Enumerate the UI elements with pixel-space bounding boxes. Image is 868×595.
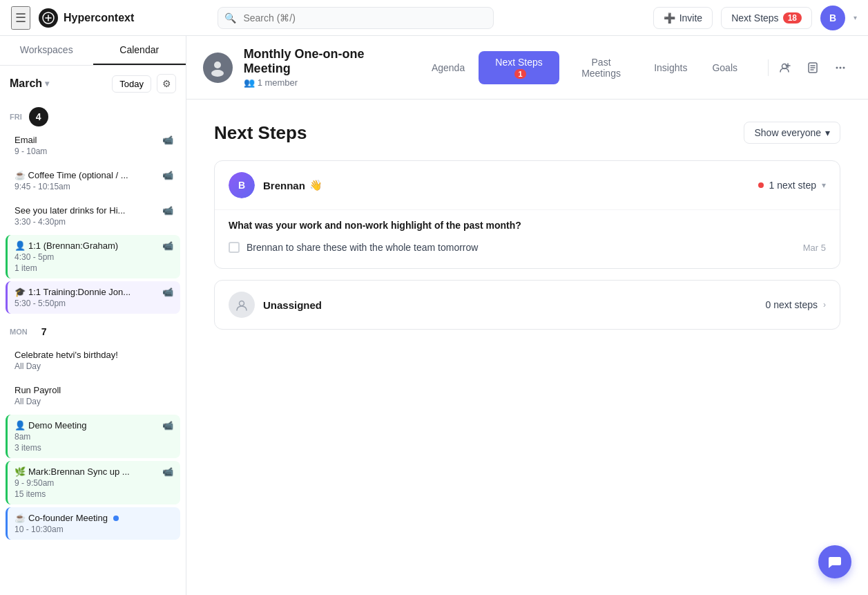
main-layout: Workspaces Calendar March ▾ Today ⚙ FRI …: [0, 36, 868, 595]
day-label-mon: MON: [10, 328, 28, 336]
user-avatar[interactable]: B: [820, 6, 845, 30]
invite-label: Invite: [679, 12, 702, 23]
step-checkbox[interactable]: [229, 242, 240, 253]
members-icon: 👥: [244, 77, 255, 88]
video-icon: 📹: [162, 135, 173, 145]
meeting-info: Monthly One-on-one Meeting 👥 1 member: [244, 47, 409, 88]
event-time: 5:30 - 5:50pm: [15, 299, 131, 308]
tab-past-meetings[interactable]: Past Meetings: [562, 51, 640, 84]
show-everyone-button[interactable]: Show everyone ▾: [744, 122, 840, 144]
day-header-fri: FRI 4: [6, 102, 180, 129]
search-icon: 🔍: [224, 12, 236, 23]
content-header: Next Steps Show everyone ▾: [214, 122, 840, 144]
calendar-header: March ▾ Today ⚙: [0, 66, 186, 102]
avatar-initials: B: [829, 12, 836, 23]
left-sidebar: Workspaces Calendar March ▾ Today ⚙ FRI …: [0, 36, 186, 595]
person-steps-brennan: 1 next step ▾: [758, 180, 827, 191]
chevron-down-icon: ▾: [45, 79, 49, 88]
topnav-right: ➕ Invite Next Steps 18 B ▾: [653, 6, 857, 30]
person-steps-unassigned: 0 next steps ›: [766, 299, 827, 310]
show-everyone-label: Show everyone: [754, 127, 821, 138]
event-name: Celebrate hetvi's birthday!: [15, 350, 118, 360]
video-icon: 📹: [162, 240, 173, 251]
event-name: Email: [15, 135, 47, 145]
event-name: ☕ Coffee Time (optional / ...: [15, 170, 128, 180]
list-item[interactable]: ☕ Co-founder Meeting 10 - 10:30am: [6, 507, 180, 540]
event-time: 10 - 10:30am: [15, 525, 119, 534]
event-time: All Day: [15, 397, 61, 406]
event-name: ☕ Co-founder Meeting: [15, 513, 119, 523]
day-number-fri: 4: [29, 107, 48, 126]
next-steps-badge: 18: [783, 12, 802, 23]
video-icon: 📹: [162, 205, 173, 216]
event-time: 9:45 - 10:15am: [15, 182, 128, 191]
video-icon: 📹: [162, 466, 173, 477]
next-steps-nav-label: Next Steps: [731, 12, 778, 23]
app-name: Hypercontext: [64, 12, 134, 24]
svg-point-1: [214, 62, 221, 68]
events-list: FRI 4 Email 9 - 10am 📹 ☕: [0, 102, 186, 595]
svg-point-6: [840, 66, 842, 68]
next-steps-nav-button[interactable]: Next Steps 18: [721, 7, 812, 29]
notification-dot: [113, 516, 119, 521]
person-header-unassigned[interactable]: Unassigned 0 next steps ›: [215, 281, 840, 329]
list-item[interactable]: 🎓 1:1 Training:Donnie Jon... 5:30 - 5:50…: [6, 281, 180, 314]
today-button[interactable]: Today: [112, 75, 151, 93]
list-item[interactable]: Run Payroll All Day: [6, 379, 180, 412]
event-name: 👤 Demo Meeting: [15, 420, 87, 431]
avatar-unassigned: [229, 292, 255, 318]
list-item[interactable]: 🌿 Mark:Brennan Sync up ... 9 - 9:50am 15…: [6, 461, 180, 504]
video-icon: 📹: [162, 170, 173, 180]
tab-insights[interactable]: Insights: [643, 57, 698, 79]
chevron-down-icon: ▾: [825, 127, 830, 138]
app-logo: Hypercontext: [39, 8, 134, 28]
event-time: All Day: [15, 361, 118, 371]
hamburger-menu[interactable]: ☰: [11, 6, 30, 30]
svg-point-8: [240, 301, 244, 306]
invite-icon: ➕: [664, 12, 675, 23]
event-name: 👤 1:1 (Brennan:Graham): [15, 240, 118, 251]
sidebar-tab-workspaces[interactable]: Workspaces: [0, 36, 93, 65]
person-card-unassigned: Unassigned 0 next steps ›: [214, 280, 840, 330]
list-item[interactable]: Email 9 - 10am 📹: [6, 129, 180, 162]
list-item[interactable]: 👤 1:1 (Brennan:Graham) 4:30 - 5pm 1 item…: [6, 235, 180, 278]
person-name-brennan: Brennan 👋: [263, 179, 322, 191]
add-member-button[interactable]: [774, 57, 796, 79]
chevron-down-icon: ▾: [853, 14, 857, 21]
person-card-brennan: B Brennan 👋 1 next step ▾ What was your …: [214, 160, 840, 269]
page-title: Next Steps: [214, 122, 307, 144]
event-time: 9 - 10am: [15, 147, 47, 156]
search-input[interactable]: [218, 7, 494, 29]
month-label[interactable]: March ▾: [10, 77, 49, 90]
calendar-header-controls: Today ⚙: [112, 74, 176, 93]
more-options-button[interactable]: [829, 57, 851, 79]
steps-count: 0 next steps: [766, 299, 818, 310]
chat-button[interactable]: [818, 545, 851, 578]
meeting-header: Monthly One-on-one Meeting 👥 1 member Ag…: [186, 36, 868, 100]
day-group-fri: FRI 4 Email 9 - 10am 📹 ☕: [6, 102, 180, 314]
day-group-mon: MON 7 Celebrate hetvi's birthday! All Da…: [6, 317, 180, 540]
divider: [768, 59, 769, 76]
person-header-brennan[interactable]: B Brennan 👋 1 next step ▾: [215, 161, 840, 209]
list-item[interactable]: Celebrate hetvi's birthday! All Day: [6, 344, 180, 377]
sidebar-tab-calendar[interactable]: Calendar: [93, 36, 186, 65]
tab-next-steps[interactable]: Next Steps 1: [479, 51, 559, 84]
invite-button[interactable]: ➕ Invite: [653, 7, 713, 29]
sidebar-tabs: Workspaces Calendar: [0, 36, 186, 66]
step-text: Brennan to share these with the whole te…: [247, 242, 796, 253]
meeting-members: 👥 1 member: [244, 77, 409, 88]
tab-agenda[interactable]: Agenda: [421, 57, 476, 79]
meeting-avatar: [203, 53, 233, 83]
content-area: Next Steps Show everyone ▾ B Brennan 👋: [186, 100, 868, 595]
chevron-right-icon: ›: [823, 300, 826, 310]
event-time: 8am: [15, 432, 87, 442]
event-time: 4:30 - 5pm: [15, 252, 118, 262]
list-item[interactable]: See you later drinks for Hi... 3:30 - 4:…: [6, 200, 180, 232]
list-item[interactable]: 👤 Demo Meeting 8am 3 items 📹: [6, 415, 180, 458]
event-meta: 15 items: [15, 489, 130, 499]
svg-point-5: [836, 66, 838, 68]
notes-button[interactable]: [802, 57, 824, 79]
settings-icon[interactable]: ⚙: [157, 74, 176, 93]
tab-goals[interactable]: Goals: [701, 57, 749, 79]
list-item[interactable]: ☕ Coffee Time (optional / ... 9:45 - 10:…: [6, 164, 180, 197]
